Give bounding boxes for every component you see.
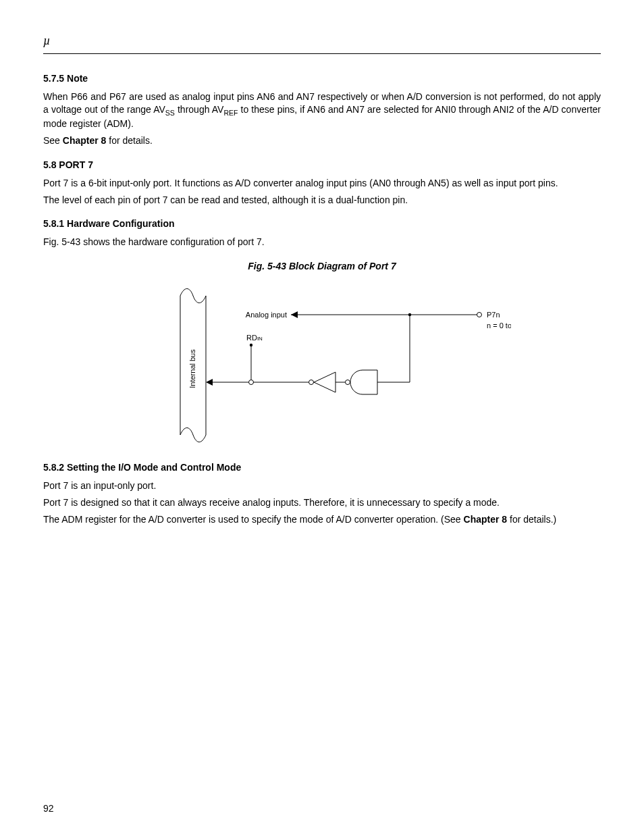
- svg-marker-3: [291, 311, 298, 318]
- heading-5-7-5: 5.7.5 Note: [43, 73, 601, 84]
- header-symbol: µ: [43, 34, 601, 48]
- text: See: [43, 135, 63, 146]
- para-5-8-2: The level of each pin of port 7 can be r…: [43, 194, 601, 207]
- heading-5-8-1: 5.8.1 Hardware Configuration: [43, 218, 601, 229]
- chapter-ref: Chapter 8: [63, 135, 107, 146]
- para-5-8-1-1: Fig. 5-43 shows the hardware configurati…: [43, 236, 601, 249]
- text: for details.: [106, 135, 152, 146]
- text: through AV: [175, 104, 224, 115]
- text: for details.): [507, 514, 556, 525]
- text: The ADM register for the A/D converter i…: [43, 514, 464, 525]
- svg-point-12: [309, 380, 314, 385]
- label-p7n: P7n: [487, 311, 500, 319]
- figure-caption: Fig. 5-43 Block Diagram of Port 7: [43, 261, 601, 271]
- para-5-7-5-2: See Chapter 8 for details.: [43, 134, 601, 147]
- block-diagram-port7: Internal bus Analog input P7n n = 0 to 5: [133, 281, 511, 450]
- label-n-range: n = 0 to 5: [487, 321, 511, 330]
- para-5-8-1: Port 7 is a 6-bit input-only port. It fu…: [43, 177, 601, 190]
- svg-point-14: [249, 380, 254, 385]
- para-5-7-5-1: When P66 and P67 are used as analog inpu…: [43, 90, 601, 130]
- heading-5-8-2: 5.8.2 Setting the I/O Mode and Control M…: [43, 462, 601, 473]
- para-5-8-2-2: Port 7 is designed so that it can always…: [43, 496, 601, 509]
- svg-marker-18: [206, 379, 213, 386]
- svg-point-4: [477, 313, 482, 317]
- svg-marker-11: [314, 372, 336, 392]
- label-rdin: RDIN: [246, 334, 263, 342]
- label-analog-input: Analog input: [246, 311, 287, 319]
- subscript-ref: REF: [223, 109, 238, 117]
- page-number: 92: [43, 803, 54, 814]
- chapter-ref: Chapter 8: [464, 514, 508, 525]
- svg-point-16: [250, 344, 252, 346]
- header-rule: [43, 53, 601, 54]
- para-5-8-2-3: The ADM register for the A/D converter i…: [43, 513, 601, 526]
- heading-5-8: 5.8 PORT 7: [43, 159, 601, 170]
- para-5-8-2-1: Port 7 is an input-only port.: [43, 479, 601, 492]
- label-internal-bus: Internal bus: [188, 349, 196, 388]
- subscript-ss: SS: [165, 109, 175, 117]
- svg-point-8: [346, 380, 350, 385]
